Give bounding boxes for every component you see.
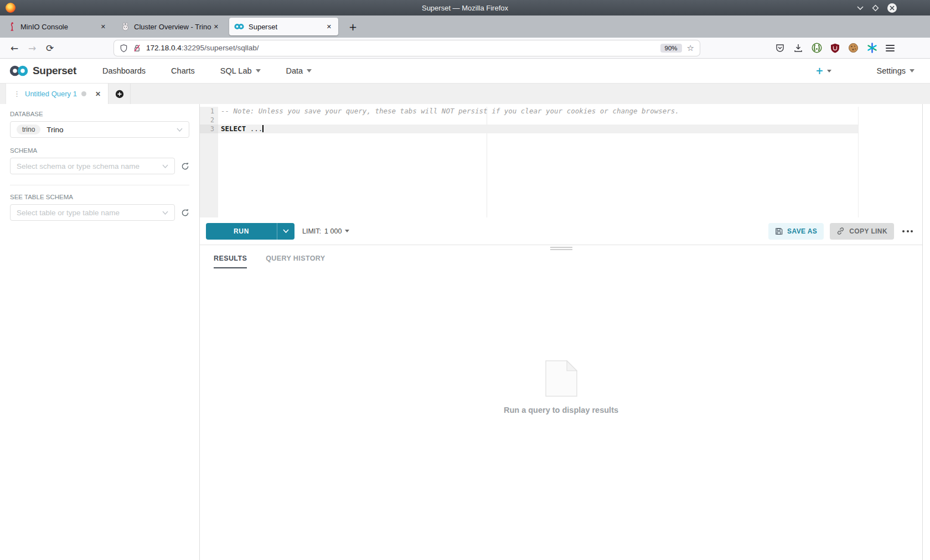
tab-title: MinIO Console	[20, 23, 99, 31]
schema-label: SCHEMA	[10, 147, 189, 154]
tab-close-icon[interactable]: ✕	[212, 23, 220, 30]
refresh-schemas-icon[interactable]	[181, 162, 189, 170]
pocket-icon[interactable]	[775, 43, 785, 53]
browser-tab-trino[interactable]: Cluster Overview - Trino ✕	[116, 18, 225, 35]
browser-tab-strip: MinIO Console ✕ Cluster Overview - Trino…	[0, 15, 930, 38]
cookie-icon[interactable]	[848, 43, 859, 53]
refresh-tables-icon[interactable]	[181, 209, 189, 217]
database-name: Trino	[46, 126, 63, 134]
nav-item-sql-lab[interactable]: SQL Lab	[208, 66, 273, 75]
sidebar-divider	[10, 185, 189, 185]
bookmark-star-icon[interactable]: ☆	[687, 43, 694, 53]
limit-dropdown[interactable]: LIMIT: 1 000	[302, 227, 349, 235]
database-select[interactable]: trino Trino	[10, 121, 189, 138]
nav-label: Charts	[171, 66, 195, 75]
chevron-down-icon	[162, 164, 168, 168]
new-item-button[interactable]: +	[815, 65, 831, 76]
asterisk-extension-icon[interactable]	[867, 43, 877, 53]
table-schema-label: SEE TABLE SCHEMA	[10, 194, 189, 200]
copy-link-button[interactable]: COPY LINK	[830, 223, 894, 240]
superset-tab-icon	[234, 23, 244, 30]
url-bar[interactable]: 172.18.0.4:32295/superset/sqllab/ 90% ☆	[114, 40, 700, 56]
plus-circle-icon	[115, 90, 124, 98]
url-text[interactable]: 172.18.0.4:32295/superset/sqllab/	[146, 44, 655, 52]
nav-label: Data	[286, 66, 303, 75]
run-options-caret[interactable]	[277, 223, 294, 240]
caret-down-icon	[345, 230, 349, 232]
settings-menu[interactable]: Settings	[877, 66, 914, 75]
window-titlebar: Superset — Mozilla Firefox	[0, 0, 930, 15]
nav-item-charts[interactable]: Charts	[158, 66, 208, 75]
link-icon	[836, 227, 845, 235]
insecure-lock-icon[interactable]	[133, 44, 141, 53]
caret-down-icon	[827, 70, 831, 72]
drag-grip-icon[interactable]: ⋮	[13, 90, 20, 98]
tracking-shield-icon[interactable]	[120, 44, 128, 53]
limit-value: 1 000	[324, 227, 342, 235]
browser-tab-superset[interactable]: Superset ✕	[229, 18, 338, 35]
window-title: Superset — Mozilla Firefox	[0, 4, 930, 12]
sql-comment: -- Note: Unless you save your query, the…	[218, 107, 858, 116]
more-options-icon[interactable]	[902, 230, 913, 232]
sql-blank-line	[218, 116, 858, 125]
nav-item-data[interactable]: Data	[273, 66, 325, 75]
new-tab-icon[interactable]: +	[342, 21, 364, 33]
table-select[interactable]	[10, 204, 175, 221]
privacy-badger-icon[interactable]	[812, 43, 822, 53]
superset-navbar: Superset Dashboards Charts SQL Lab Data …	[0, 59, 930, 83]
add-query-tab-button[interactable]	[108, 84, 131, 104]
trino-icon	[121, 22, 130, 31]
tab-close-icon[interactable]: ✕	[99, 23, 107, 30]
results-empty-state: Run a query to display results	[200, 360, 922, 414]
superset-logo-icon[interactable]	[9, 65, 29, 77]
save-as-button[interactable]: SAVE AS	[768, 223, 824, 240]
empty-document-icon	[545, 360, 577, 397]
close-window-icon[interactable]	[887, 3, 897, 13]
pane-resize-handle[interactable]	[550, 247, 572, 250]
url-path: :32295/superset/sqllab/	[182, 44, 259, 52]
maximize-icon[interactable]	[872, 4, 879, 12]
table-input[interactable]	[17, 209, 162, 217]
settings-label: Settings	[877, 66, 906, 75]
firefox-icon	[6, 3, 16, 13]
browser-tab-minio[interactable]: MinIO Console ✕	[3, 18, 112, 35]
limit-label: LIMIT:	[302, 227, 321, 235]
tab-close-icon[interactable]: ✕	[325, 23, 333, 30]
zoom-level-badge[interactable]: 90%	[660, 44, 682, 53]
reload-icon[interactable]: ⟳	[41, 43, 59, 54]
chevron-down-icon	[283, 229, 289, 233]
menu-hamburger-icon[interactable]	[886, 43, 895, 53]
ublock-icon[interactable]	[830, 43, 840, 53]
back-icon[interactable]: ←	[6, 43, 23, 54]
nav-item-dashboards[interactable]: Dashboards	[90, 66, 158, 75]
browser-toolbar: ← → ⟳ 172.18.0.4:32295/superset/sqllab/ …	[0, 38, 930, 59]
line-number: 1	[200, 107, 218, 116]
chevron-down-icon	[177, 128, 183, 132]
query-tab-title: Untitled Query 1	[25, 90, 77, 98]
sqllab-sidebar: DATABASE trino Trino SCHEMA SEE TABLE SC…	[0, 104, 200, 560]
query-tab-bar: ⋮ Untitled Query 1 ✕	[0, 83, 930, 104]
schema-select[interactable]	[10, 158, 175, 174]
query-tab-active[interactable]: ⋮ Untitled Query 1 ✕	[6, 84, 108, 104]
database-label: DATABASE	[10, 111, 189, 117]
schema-input[interactable]	[17, 162, 162, 170]
tab-title: Superset	[249, 23, 325, 31]
query-tab-close-icon[interactable]: ✕	[95, 90, 101, 98]
save-as-label: SAVE AS	[787, 227, 817, 235]
run-button[interactable]: RUN	[206, 223, 277, 240]
sql-editor-pane: 1 -- Note: Unless you save your query, t…	[200, 104, 923, 560]
downloads-icon[interactable]	[793, 43, 803, 53]
caret-down-icon	[307, 69, 312, 72]
tab-results[interactable]: RESULTS	[214, 255, 247, 268]
line-number: 2	[200, 116, 218, 125]
empty-state-message: Run a query to display results	[504, 406, 618, 414]
save-floppy-icon	[775, 227, 783, 235]
tab-query-history[interactable]: QUERY HISTORY	[266, 255, 325, 268]
sql-code-editor[interactable]: 1 -- Note: Unless you save your query, t…	[200, 107, 859, 217]
caret-down-icon	[910, 69, 914, 72]
sql-rest: ...	[246, 125, 262, 133]
forward-icon[interactable]: →	[23, 43, 41, 54]
database-type-badge: trino	[17, 125, 40, 134]
minimize-icon[interactable]	[857, 6, 864, 10]
superset-brand[interactable]: Superset	[33, 65, 76, 77]
